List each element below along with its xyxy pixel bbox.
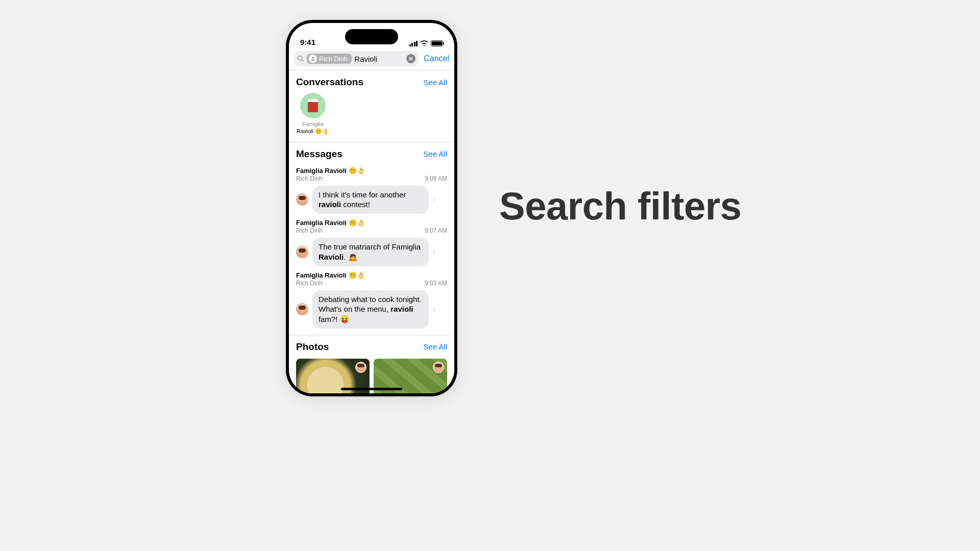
search-icon [297,55,304,62]
message-time: 9:03 AM [425,280,447,287]
message-group-name: Famiglia Ravioli 🤫👌 [296,167,447,174]
search-filter-token[interactable]: Rich Dinh [307,54,352,64]
message-group-name: Famiglia Ravioli 🤫👌 [296,271,447,279]
search-field[interactable]: Rich Dinh Ravioli [294,51,419,66]
search-results[interactable]: Conversations See All Famiglia Ravioli 🤫… [289,70,454,393]
chevron-right-icon: › [433,195,435,204]
sender-avatar [296,246,308,258]
home-indicator[interactable] [341,388,402,390]
battery-icon [431,40,443,46]
status-icons [409,40,444,46]
message-result[interactable]: Famiglia Ravioli 🤫👌 Rich Dinh 9:07 AM Th… [289,216,454,268]
sender-avatar [355,362,366,373]
photos-title: Photos [296,341,329,353]
chevron-right-icon: › [433,305,435,314]
photos-see-all[interactable]: See All [423,342,447,351]
svg-point-0 [312,57,314,59]
message-sender: Rich Dinh [296,175,323,182]
conversations-title: Conversations [296,77,363,88]
conversations-list: Famiglia Ravioli 🤫👌 [289,92,454,141]
message-sender: Rich Dinh [296,227,323,234]
search-row: Rich Dinh Ravioli Cancel [289,48,454,70]
chevron-right-icon: › [433,247,435,257]
message-bubble: I think it's time for another ravioli co… [312,186,429,214]
status-time: 9:41 [300,38,315,46]
group-avatar [300,93,326,118]
clear-search-button[interactable] [406,54,415,63]
photos-header: Photos See All [289,335,454,357]
sender-avatar [433,362,444,373]
wifi-icon [420,40,428,46]
message-result[interactable]: Famiglia Ravioli 🤫👌 Rich Dinh 9:09 AM I … [289,164,454,216]
cancel-button[interactable]: Cancel [424,54,449,63]
messages-see-all[interactable]: See All [423,149,447,158]
message-sender: Rich Dinh [296,280,323,287]
message-bubble: The true matriarch of Famiglia Ravioli. … [312,238,429,266]
conversation-label-1: Famiglia [302,121,324,127]
cellular-icon [409,41,418,46]
conversation-label-2: Ravioli 🤫👌 [297,128,329,135]
message-bubble: Debating what to cook tonight. What's on… [312,290,429,329]
token-label: Rich Dinh [319,55,348,63]
feature-title: Search filters [499,184,742,228]
conversations-see-all[interactable]: See All [423,78,447,87]
messages-title: Messages [296,148,342,160]
sender-avatar [296,193,308,206]
message-group-name: Famiglia Ravioli 🤫👌 [296,219,447,227]
dynamic-island [345,29,398,44]
message-time: 9:09 AM [425,175,447,182]
person-icon [309,55,317,63]
messages-header: Messages See All [289,142,454,164]
close-icon [409,57,413,61]
conversation-item[interactable]: Famiglia Ravioli 🤫👌 [296,93,330,135]
sender-avatar [296,303,308,315]
phone-screen: 9:41 Rich Dinh Raviol [289,23,454,393]
phone-frame: 9:41 Rich Dinh Raviol [286,20,457,396]
message-time: 9:07 AM [425,227,447,234]
search-query-text: Ravioli [354,55,377,63]
message-result[interactable]: Famiglia Ravioli 🤫👌 Rich Dinh 9:03 AM De… [289,268,454,331]
conversations-header: Conversations See All [289,70,454,92]
